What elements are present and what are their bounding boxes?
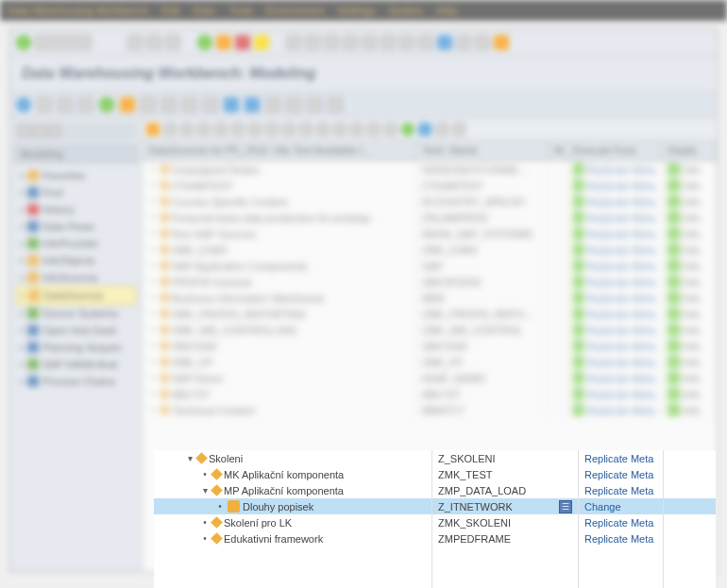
tree-row[interactable]: •ABLTST ABLTST Replicate Meta Info <box>143 386 717 402</box>
tool-icon[interactable] <box>99 97 114 112</box>
tool-icon[interactable] <box>299 123 313 136</box>
menu-item[interactable]: Tools <box>228 5 253 16</box>
tool-icon[interactable] <box>161 97 177 112</box>
expand-icon[interactable]: • <box>148 341 158 351</box>
tree-row[interactable]: •ZTEAMTEST ZTEAMTEST Replicate Meta Info <box>143 177 717 193</box>
exec-link[interactable]: Replicate Meta <box>584 533 653 545</box>
tool-icon[interactable] <box>16 97 31 112</box>
expand-icon[interactable]: • <box>148 389 158 399</box>
tool-icon[interactable] <box>307 97 322 112</box>
tool-icon[interactable] <box>265 97 280 112</box>
sidebar-tool-icon[interactable] <box>32 125 45 138</box>
tree-row[interactable]: •Technical Content 0BWTCT Replicate Meta… <box>143 402 717 418</box>
sidebar-tool-icon[interactable] <box>47 125 60 138</box>
col-disp[interactable]: Displa <box>662 141 717 160</box>
command-field[interactable] <box>35 35 92 50</box>
menu-item[interactable]: System <box>388 5 423 16</box>
tool-icon[interactable] <box>367 123 380 136</box>
expand-icon[interactable]: ▾ <box>185 453 194 463</box>
tree-row[interactable]: •Dlouhy popisek Z_ITNETWORK☰ Change <box>154 498 716 514</box>
expand-icon[interactable]: • <box>148 180 158 191</box>
col-tech[interactable]: Tech. Name <box>416 141 549 160</box>
exec-link[interactable]: Replicate Meta <box>586 196 655 208</box>
sidebar-item-datasources[interactable]: •DataSources <box>16 286 136 305</box>
tool-icon[interactable] <box>475 35 490 50</box>
tree-row[interactable]: •Business Information Warehouse 0BW Repl… <box>143 290 717 306</box>
expand-icon[interactable]: • <box>148 373 158 383</box>
col-exec[interactable]: Execute Func <box>567 141 662 160</box>
exec-link[interactable]: Replicate Meta <box>586 164 655 176</box>
tool-icon[interactable] <box>231 123 245 136</box>
tree-row[interactable]: •ZMK_FP ZMK_FP Replicate Meta Info <box>143 354 717 370</box>
tool-icon[interactable] <box>214 123 228 136</box>
sidebar-item-planning-sequen[interactable]: •Planning Sequen <box>16 339 136 356</box>
tool-icon[interactable] <box>286 97 301 112</box>
tool-icon[interactable] <box>216 35 231 50</box>
tool-icon[interactable] <box>456 35 471 50</box>
tool-icon[interactable] <box>418 123 431 136</box>
exec-link[interactable]: Replicate Meta <box>586 405 655 416</box>
exec-link[interactable]: Replicate Meta <box>586 228 655 240</box>
sidebar-item-infoobjects[interactable]: •InfoObjects <box>16 252 136 269</box>
exec-link[interactable]: Replicate Meta <box>584 469 653 480</box>
exec-link[interactable]: Replicate Meta <box>586 309 655 320</box>
tool-icon[interactable] <box>245 97 260 112</box>
tree-row[interactable]: •ZMK_DJM3 ZMK_DJM3 Replicate Meta Info <box>143 242 717 258</box>
sidebar-item-find[interactable]: •Find <box>16 184 136 201</box>
expand-icon[interactable]: • <box>200 533 210 544</box>
exec-link[interactable]: Replicate Meta <box>586 277 655 288</box>
expand-icon[interactable]: • <box>148 244 158 255</box>
tool-icon[interactable] <box>435 123 448 136</box>
exec-link[interactable]: Replicate Meta <box>586 293 655 304</box>
tool-icon[interactable] <box>494 35 509 50</box>
tool-icon[interactable] <box>235 35 250 50</box>
tool-icon[interactable] <box>248 123 262 136</box>
tool-icon[interactable] <box>58 97 73 112</box>
expand-icon[interactable]: • <box>148 325 158 335</box>
save-icon[interactable] <box>127 35 143 50</box>
tool-icon[interactable] <box>343 35 358 50</box>
exec-link[interactable]: Replicate Meta <box>584 485 653 496</box>
expand-icon[interactable]: • <box>148 309 158 319</box>
sidebar-item-data-flows[interactable]: •Data Flows <box>16 218 136 235</box>
sidebar-item-infoprovider[interactable]: •InfoProvider <box>16 235 136 252</box>
menu-item[interactable]: Goto <box>193 5 215 16</box>
col-m[interactable]: M. <box>549 141 567 160</box>
tool-icon[interactable] <box>333 123 347 136</box>
menu-item[interactable]: Settings <box>337 5 375 16</box>
exec-link[interactable]: Replicate Meta <box>586 341 655 352</box>
exec-link[interactable]: Replicate Meta <box>586 373 655 384</box>
exec-link[interactable]: Replicate Meta <box>586 260 655 272</box>
menu-item[interactable]: Environment <box>266 5 325 16</box>
sidebar-item-source-systems[interactable]: •Source Systems <box>16 305 136 322</box>
tool-icon[interactable] <box>437 35 452 50</box>
accept-icon[interactable] <box>16 35 31 50</box>
tool-icon[interactable] <box>418 35 433 50</box>
tool-icon[interactable] <box>324 35 339 50</box>
tool-icon[interactable] <box>197 35 212 50</box>
exec-link[interactable]: Replicate Meta <box>584 453 653 464</box>
back-icon[interactable] <box>146 35 161 50</box>
exec-link[interactable]: Replicate Meta <box>586 180 655 192</box>
tool-icon[interactable] <box>120 97 135 112</box>
tree-row[interactable]: •Skolení pro LK ZMK_SKOLENI Replicate Me… <box>154 514 716 530</box>
tree-row[interactable]: •ZMK_WB_CONTROLLING ZMK_WB_CONTROL Repli… <box>143 322 717 338</box>
tool-icon[interactable] <box>362 35 377 50</box>
tree-row[interactable]: •ZBICSSN ZBICSSN Replicate Meta Info <box>143 338 717 354</box>
tool-icon[interactable] <box>401 123 414 136</box>
expand-icon[interactable]: ▾ <box>200 485 210 496</box>
tree-row[interactable]: •PROFID General ZBICROSS3 Replicate Meta… <box>143 274 717 290</box>
tool-icon[interactable] <box>328 97 343 112</box>
menu-item[interactable]: Help <box>436 5 458 16</box>
exit-icon[interactable] <box>165 35 180 50</box>
tool-icon[interactable] <box>305 35 320 50</box>
sidebar-item-process-chains[interactable]: •Process Chains <box>16 373 136 390</box>
expand-icon[interactable]: • <box>148 357 158 367</box>
expand-icon[interactable]: • <box>148 164 158 175</box>
exec-link[interactable]: Replicate Meta <box>586 212 655 224</box>
exec-link[interactable]: Change <box>584 501 621 512</box>
sidebar-item-open-hub-desti[interactable]: •Open Hub Desti <box>16 322 136 339</box>
sidebar-item-infosources[interactable]: •InfoSources <box>16 269 136 286</box>
menu-item[interactable]: Data Warehousing Workbench <box>8 5 148 16</box>
tree-row[interactable]: •SAP Application Components SAP Replicat… <box>143 258 717 274</box>
